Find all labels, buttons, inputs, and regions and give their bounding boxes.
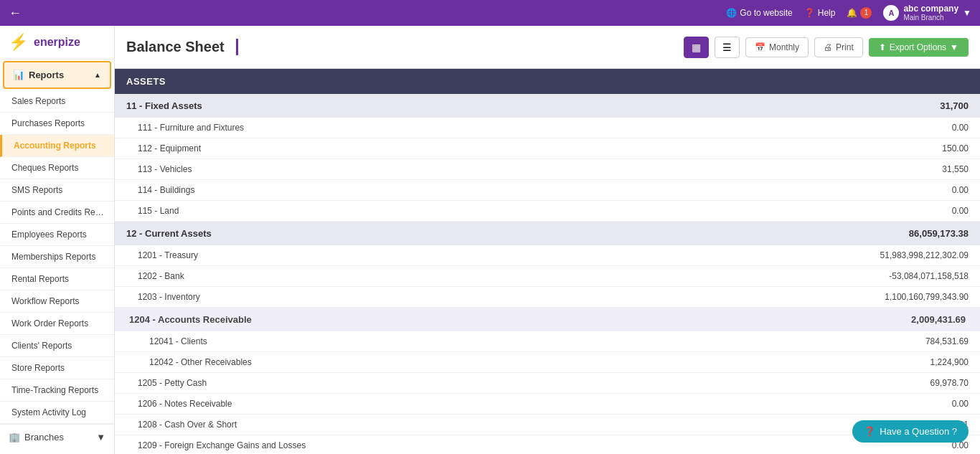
row-label: 1206 - Notes Receivable (115, 394, 673, 415)
row-amount: -53,084,071,158,518 (673, 266, 980, 287)
logo-area: ⚡ enerpize (0, 26, 114, 60)
table-row: 112 - Equipment150.00 (115, 138, 980, 159)
row-label: 1203 - Inventory (115, 287, 673, 308)
row-label: 113 - Vehicles (115, 159, 673, 180)
bell-icon: 🔔 (847, 8, 857, 18)
content-area: Balance Sheet ▦ ☰ 📅 Monthly 🖨 Print ⬆ Ex… (115, 26, 980, 454)
row-amount: 150.00 (673, 138, 980, 159)
table-row: 1201 - Treasury51,983,998,212,302.09 (115, 245, 980, 266)
section-header-assets: ASSETS (115, 69, 980, 94)
sidebar-item-time-tracking-reports[interactable]: Time-Tracking Reports (0, 379, 114, 402)
table-row: 1203 - Inventory1,100,160,799,343.90 (115, 287, 980, 308)
table-row: 111 - Furniture and Fixtures0.00 (115, 118, 980, 138)
sidebar-item-points-credits-reports[interactable]: Points and Credits Reports (0, 202, 114, 224)
sidebar-item-store-reports[interactable]: Store Reports (0, 357, 114, 379)
row-amount: 0.00 (673, 394, 980, 415)
company-name: abc company (903, 4, 958, 14)
sidebar: ⚡ enerpize 📊 Reports ▲ Sales ReportsPurc… (0, 26, 115, 454)
sidebar-items-list: Sales ReportsPurchases ReportsAccounting… (0, 90, 114, 424)
row-label: 1209 - Foreign Exchange Gains and Losses (115, 435, 673, 455)
row-label: 1208 - Cash Over & Short (115, 415, 673, 435)
row-amount: 0.00 (673, 180, 980, 201)
company-chevron: ▼ (963, 8, 971, 18)
row-label: 1205 - Petty Cash (115, 373, 673, 394)
sidebar-item-work-order-reports[interactable]: Work Order Reports (0, 313, 114, 335)
table-area: ASSETS11 - Fixed Assets31,700111 - Furni… (115, 69, 980, 454)
help-icon: ❓ (804, 8, 815, 18)
print-icon: 🖨 (824, 42, 832, 52)
table-row: 113 - Vehicles31,550 (115, 159, 980, 180)
print-button[interactable]: 🖨 Print (814, 37, 863, 57)
back-icon[interactable]: ← (9, 6, 22, 21)
branch-name: Main Branch (903, 14, 958, 22)
table-row: 1205 - Petty Cash69,978.70 (115, 373, 980, 394)
sidebar-item-workflow-reports[interactable]: Workflow Reports (0, 290, 114, 313)
row-label: 1202 - Bank (115, 266, 673, 287)
branches-item[interactable]: 🏢 Branches ▼ (0, 424, 114, 450)
notification-badge: 1 (860, 7, 872, 19)
top-nav: ← 🌐 Go to website ❓ Help 🔔 1 A abc compa… (0, 0, 980, 26)
row-amount: 69,978.70 (673, 373, 980, 394)
sidebar-item-accounting-reports[interactable]: Accounting Reports (0, 135, 114, 157)
calendar-icon: 📅 (755, 42, 765, 52)
row-label: 12042 - Other Receivables (115, 352, 673, 373)
sub-group-total: 2,009,431.69 (673, 308, 980, 332)
branches-label-group: 🏢 Branches (9, 432, 64, 443)
row-label: 114 - Buildings (115, 180, 673, 201)
monthly-button[interactable]: 📅 Monthly (745, 37, 809, 57)
table-row: 115 - Land0.00 (115, 201, 980, 222)
help-link[interactable]: ❓ Help (804, 8, 836, 18)
have-a-question-button[interactable]: ❓ Have a Question ? (852, 420, 969, 443)
page-title: Balance Sheet (126, 39, 238, 55)
sidebar-item-sms-reports[interactable]: SMS Reports (0, 179, 114, 202)
group-total: 86,059,173.38 (673, 222, 980, 246)
group-label: 11 - Fixed Assets (115, 94, 673, 118)
balance-table: ASSETS11 - Fixed Assets31,700111 - Furni… (115, 69, 980, 454)
sidebar-item-clients-reports[interactable]: Clients' Reports (0, 335, 114, 357)
reports-chevron: ▲ (94, 71, 101, 79)
sidebar-item-memberships-reports[interactable]: Memberships Reports (0, 246, 114, 268)
group-row-fixed-assets: 11 - Fixed Assets31,700 (115, 94, 980, 118)
main-layout: ⚡ enerpize 📊 Reports ▲ Sales ReportsPurc… (0, 26, 980, 454)
company-selector[interactable]: A abc company Main Branch ▼ (883, 4, 971, 22)
export-options-button[interactable]: ⬆ Export Options ▼ (869, 38, 969, 57)
branches-chevron: ▼ (96, 432, 105, 443)
export-chevron: ▼ (950, 42, 958, 52)
logo-icon: ⚡ (9, 33, 28, 52)
row-amount: 0.00 (673, 201, 980, 222)
branches-label: Branches (24, 432, 64, 443)
row-label: 12041 - Clients (115, 331, 673, 352)
notifications[interactable]: 🔔 1 (847, 7, 872, 19)
group-label: 12 - Current Assets (115, 222, 673, 246)
row-label: 115 - Land (115, 201, 673, 222)
question-icon: ❓ (864, 426, 875, 437)
reports-header-content: 📊 Reports (13, 70, 64, 80)
reports-label: Reports (29, 70, 64, 80)
group-row-current-assets: 12 - Current Assets86,059,173.38 (115, 222, 980, 246)
table-row: 1202 - Bank-53,084,071,158,518 (115, 266, 980, 287)
company-badge: A (883, 5, 899, 21)
sidebar-item-employees-reports[interactable]: Employees Reports (0, 224, 114, 246)
reports-bar-chart-icon: 📊 (13, 70, 24, 80)
website-icon: 🌐 (726, 8, 737, 18)
row-label: 111 - Furniture and Fixtures (115, 118, 673, 138)
sidebar-item-purchases-reports[interactable]: Purchases Reports (0, 113, 114, 135)
sidebar-item-system-activity-log[interactable]: System Activity Log (0, 402, 114, 424)
list-view-button[interactable]: ☰ (715, 37, 740, 58)
top-nav-right: 🌐 Go to website ❓ Help 🔔 1 A abc company… (726, 4, 971, 22)
go-to-website[interactable]: 🌐 Go to website (726, 8, 792, 18)
branches-icon: 🏢 (9, 432, 20, 443)
row-amount: 1,224,900 (673, 352, 980, 373)
sidebar-item-sales-reports[interactable]: Sales Reports (0, 90, 114, 113)
reports-section: 📊 Reports ▲ Sales ReportsPurchases Repor… (0, 61, 114, 424)
table-row: 1208 - Cash Over & Short-5,056,101 (115, 415, 980, 435)
table-row: 114 - Buildings0.00 (115, 180, 980, 201)
header-actions: ▦ ☰ 📅 Monthly 🖨 Print ⬆ Export Options ▼ (684, 37, 969, 58)
page-header: Balance Sheet ▦ ☰ 📅 Monthly 🖨 Print ⬆ Ex… (115, 26, 980, 69)
sidebar-item-cheques-reports[interactable]: Cheques Reports (0, 157, 114, 179)
sidebar-item-rental-reports[interactable]: Rental Reports (0, 268, 114, 290)
table-row: 1206 - Notes Receivable0.00 (115, 394, 980, 415)
reports-section-header[interactable]: 📊 Reports ▲ (3, 61, 111, 89)
grid-view-button[interactable]: ▦ (684, 37, 709, 58)
row-amount: 784,531.69 (673, 331, 980, 352)
